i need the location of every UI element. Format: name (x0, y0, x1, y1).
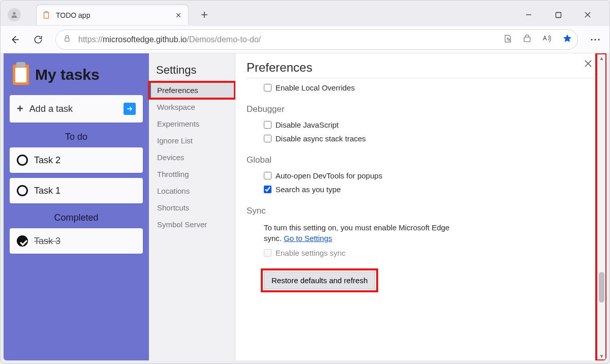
checkbox[interactable] (264, 186, 271, 193)
go-to-settings-link[interactable]: Go to Settings (284, 234, 332, 242)
browser-window: TODO app https://microsoftedge.github (0, 0, 610, 364)
menu-button[interactable] (585, 29, 605, 50)
svg-rect-6 (524, 37, 530, 42)
scroll-thumb[interactable] (599, 272, 604, 302)
task-item[interactable]: Task 2 (10, 147, 143, 173)
task-label: Task 2 (34, 155, 60, 166)
svg-rect-2 (45, 11, 48, 13)
minimize-icon (525, 11, 532, 18)
profile-avatar[interactable] (8, 8, 21, 21)
minimize-button[interactable] (521, 7, 536, 22)
plus-icon (200, 11, 208, 19)
maximize-icon (555, 12, 562, 18)
back-button[interactable] (5, 29, 25, 50)
nav-preferences[interactable]: Preferences (149, 82, 235, 99)
svg-point-7 (591, 39, 592, 40)
close-window-button[interactable] (580, 7, 595, 22)
checkbox[interactable] (264, 172, 271, 179)
nav-ignore-list[interactable]: Ignore List (149, 132, 235, 149)
lock-icon (63, 35, 71, 45)
close-icon (584, 11, 591, 18)
app-logo-icon (13, 65, 29, 85)
section-global: Global (247, 155, 594, 165)
task-item-completed[interactable]: Task 3 (10, 228, 143, 254)
maximize-button[interactable] (551, 7, 566, 22)
svg-rect-3 (44, 13, 48, 18)
svg-rect-5 (65, 38, 69, 41)
checkbox[interactable] (264, 121, 271, 129)
todo-heading: To do (10, 132, 143, 142)
ellipsis-icon (590, 38, 600, 41)
checkbox-checked-icon[interactable] (17, 235, 28, 247)
checkbox (264, 249, 271, 257)
tab-close-button[interactable] (174, 11, 183, 20)
new-tab-button[interactable] (196, 6, 213, 23)
refresh-icon (33, 35, 43, 45)
address-bar[interactable]: https://microsoftedge.github.io/Demos/de… (55, 29, 578, 50)
shopping-icon[interactable] (523, 34, 532, 45)
checkbox-unchecked-icon[interactable] (17, 185, 28, 196)
settings-title: Settings (149, 59, 235, 82)
preferences-panel: Preferences Enable Local Overrides Debug… (235, 53, 606, 360)
completed-heading: Completed (10, 213, 143, 223)
add-task-label: Add a task (29, 104, 117, 114)
opt-enable-settings-sync: Enable settings sync (264, 249, 594, 257)
titlebar: TODO app (1, 1, 609, 26)
submit-task-button[interactable] (124, 103, 136, 115)
browser-tab[interactable]: TODO app (36, 5, 189, 25)
svg-point-9 (598, 39, 599, 40)
nav-experiments[interactable]: Experiments (149, 115, 235, 132)
app-title: My tasks (35, 66, 100, 83)
task-label: Task 1 (34, 186, 60, 196)
scroll-down-button[interactable]: ▼ (597, 351, 606, 360)
arrow-left-icon (9, 34, 20, 45)
user-icon (10, 11, 18, 19)
task-item[interactable]: Task 1 (10, 178, 143, 203)
favorite-button[interactable] (562, 34, 572, 46)
plus-icon: + (17, 102, 23, 115)
add-task-input[interactable]: + Add a task (10, 95, 143, 123)
refresh-button[interactable] (28, 29, 48, 50)
opt-disable-javascript[interactable]: Disable JavaScript (264, 120, 594, 129)
content-area: My tasks + Add a task To do Task 2 Task … (4, 53, 606, 360)
tab-title: TODO app (56, 11, 174, 19)
task-label: Task 3 (34, 236, 60, 247)
checkbox-unchecked-icon[interactable] (17, 155, 28, 166)
vertical-scrollbar[interactable]: ▲ ▼ (596, 53, 606, 360)
sync-message: To turn this setting on, you must enable… (264, 222, 457, 244)
read-aloud-icon[interactable] (542, 34, 552, 45)
close-panel-button[interactable] (584, 59, 592, 70)
checkbox[interactable] (264, 135, 271, 142)
nav-shortcuts[interactable]: Shortcuts (149, 199, 235, 216)
checkbox[interactable] (264, 84, 271, 92)
clipboard-icon (42, 11, 51, 20)
section-sync: Sync (247, 206, 594, 216)
panel-title: Preferences (247, 60, 312, 75)
svg-point-0 (13, 12, 15, 15)
nav-locations[interactable]: Locations (149, 183, 235, 199)
opt-enable-local-overrides[interactable]: Enable Local Overrides (264, 83, 594, 92)
nav-symbol-server[interactable]: Symbol Server (149, 216, 235, 233)
svg-point-8 (594, 39, 596, 40)
window-controls (521, 7, 606, 22)
nav-throttling[interactable]: Throttling (149, 166, 235, 183)
settings-nav: Settings Preferences Workspace Experimen… (149, 53, 235, 360)
nav-workspace[interactable]: Workspace (149, 99, 235, 115)
svg-rect-4 (556, 12, 561, 17)
scroll-up-button[interactable]: ▲ (597, 53, 606, 63)
restore-defaults-button[interactable]: Restore defaults and refresh (264, 271, 375, 289)
opt-disable-async-stack[interactable]: Disable async stack traces (264, 134, 594, 143)
close-icon (584, 59, 592, 68)
todo-app: My tasks + Add a task To do Task 2 Task … (4, 53, 149, 360)
section-debugger: Debugger (247, 104, 594, 114)
edit-page-icon[interactable] (503, 34, 512, 45)
opt-auto-open-devtools[interactable]: Auto-open DevTools for popups (264, 171, 594, 180)
toolbar: https://microsoftedge.github.io/Demos/de… (1, 26, 609, 53)
url-text: https://microsoftedge.github.io/Demos/de… (78, 35, 261, 44)
opt-search-as-you-type[interactable]: Search as you type (264, 185, 594, 194)
close-icon (175, 12, 181, 18)
nav-devices[interactable]: Devices (149, 149, 235, 166)
